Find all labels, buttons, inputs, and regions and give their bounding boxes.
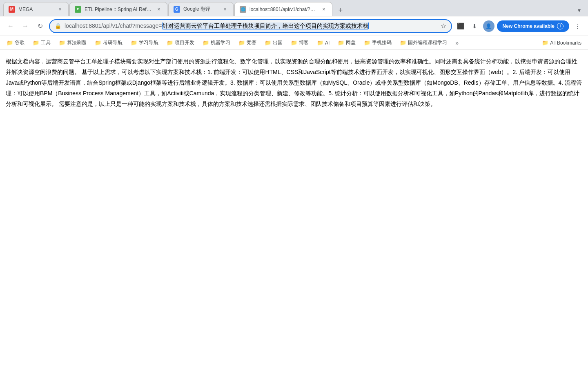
bookmark-label: AI — [325, 40, 330, 46]
bookmark-label: 博客 — [299, 39, 309, 46]
bookmark-博客[interactable]: 📁 博客 — [287, 38, 312, 48]
bookmark-label: 考研导航 — [103, 39, 122, 46]
bookmark-竞赛[interactable]: 📁 竞赛 — [235, 38, 260, 48]
new-chrome-info-icon: i — [557, 23, 564, 29]
back-button[interactable]: ← — [5, 20, 16, 32]
bookmark-出国[interactable]: 📁 出国 — [261, 38, 286, 48]
bookmark-谷歌[interactable]: 📁 谷歌 — [3, 38, 28, 48]
folder-icon: 📁 — [59, 40, 65, 46]
bookmark-学习导航[interactable]: 📁 学习导航 — [127, 38, 162, 48]
all-bookmarks-button[interactable]: 📁 All Bookmarks — [539, 38, 585, 47]
address-bar[interactable]: 🔒 localhost:8801/api/v1/chat/?message=针对… — [49, 19, 452, 33]
bookmarks-bar: 📁 谷歌 📁 工具 📁 算法刷题 📁 考研导航 📁 学习导航 📁 项目开发 📁 … — [0, 36, 588, 50]
bookmark-label: 竞赛 — [247, 39, 256, 46]
tab-favicon-localhost: 🌐 — [240, 6, 246, 13]
tab-close-localhost[interactable]: × — [321, 6, 327, 13]
bookmark-考研导航[interactable]: 📁 考研导航 — [91, 38, 126, 48]
bookmark-label: 手机接码 — [372, 39, 392, 46]
new-chrome-button[interactable]: New Chrome available i — [497, 20, 569, 32]
bookmark-label: 学习导航 — [139, 39, 158, 46]
tab-favicon-google: G — [174, 6, 180, 13]
lock-icon: 🔒 — [55, 23, 61, 29]
folder-icon: 📁 — [238, 40, 245, 46]
tab-title-mega: MEGA — [18, 7, 53, 12]
tab-close-mega[interactable]: × — [57, 6, 63, 13]
all-bookmarks-label: All Bookmarks — [550, 40, 581, 46]
bookmark-工具[interactable]: 📁 工具 — [29, 38, 54, 48]
bookmark-算法刷题[interactable]: 📁 算法刷题 — [56, 38, 90, 48]
bookmark-网盘[interactable]: 📁 网盘 — [334, 38, 359, 48]
extensions-button[interactable]: ⬛ — [455, 20, 467, 32]
folder-icon: 📁 — [364, 40, 370, 46]
folder-icon: 📁 — [291, 40, 297, 46]
bookmark-label: 机器学习 — [211, 39, 230, 46]
folder-icon: 📁 — [400, 40, 406, 46]
new-chrome-label: New Chrome available — [503, 23, 555, 29]
reload-button[interactable]: ↻ — [34, 20, 46, 32]
menu-button[interactable]: ⋮ — [572, 20, 583, 32]
folder-icon: 📁 — [167, 40, 173, 46]
folder-icon: 📁 — [95, 40, 101, 46]
tab-list-button[interactable]: ▾ — [573, 4, 585, 16]
bookmark-label: 工具 — [41, 39, 51, 46]
nav-extras: ⬛ ⬇ 👤 New Chrome available i ⋮ — [455, 20, 583, 32]
nav-bar: ← → ↻ 🔒 localhost:8801/api/v1/chat/?mess… — [0, 16, 588, 36]
bookmark-label: 网盘 — [346, 39, 356, 46]
tab-localhost[interactable]: 🌐 localhost:8801/api/v1/chat/?m... × — [234, 2, 332, 16]
tab-close-etl[interactable]: × — [156, 6, 162, 13]
tab-mega[interactable]: M MEGA × — [3, 2, 69, 16]
new-tab-button[interactable]: + — [335, 4, 346, 16]
tab-title-google: Google 翻译 — [183, 6, 218, 13]
bookmark-label: 谷歌 — [15, 39, 24, 46]
tab-title-localhost: localhost:8801/api/v1/chat/?m... — [249, 7, 317, 12]
url-base: localhost:8801/api/v1/chat/?message= — [65, 22, 162, 29]
tab-google[interactable]: G Google 翻译 × — [168, 2, 234, 16]
response-text: 根据文档内容，运营商云管平台工单处理子模块需要实现对生产部门使用的资源进行流程化… — [6, 56, 582, 109]
tab-title-etl: ETL Pipeline :: Spring AI Refe... — [85, 7, 152, 12]
bookmark-label: 国外编程课程学习 — [408, 39, 447, 46]
tab-favicon-etl: E — [75, 6, 81, 13]
all-bookmarks-folder-icon: 📁 — [542, 40, 548, 46]
bookmarks-more-button[interactable]: » — [453, 38, 461, 48]
main-content: 根据文档内容，运营商云管平台工单处理子模块需要实现对生产部门使用的资源进行流程化… — [0, 50, 588, 368]
bookmark-label: 算法刷题 — [67, 39, 87, 46]
forward-button[interactable]: → — [20, 20, 31, 32]
folder-icon: 📁 — [265, 40, 271, 46]
tab-bar: M MEGA × E ETL Pipeline :: Spring AI Ref… — [0, 0, 588, 16]
download-button[interactable]: ⬇ — [469, 20, 481, 32]
bookmark-label: 出国 — [273, 39, 283, 46]
bookmark-项目开发[interactable]: 📁 项目开发 — [163, 38, 198, 48]
bookmark-机器学习[interactable]: 📁 机器学习 — [199, 38, 234, 48]
folder-icon: 📁 — [203, 40, 209, 46]
folder-icon: 📁 — [317, 40, 323, 46]
bookmark-AI[interactable]: 📁 AI — [314, 38, 333, 47]
folder-icon: 📁 — [131, 40, 137, 46]
bookmark-star-icon[interactable]: ☆ — [441, 22, 446, 30]
folder-icon: 📁 — [7, 40, 13, 46]
url-query: 针对运营商云管平台工单处理子模块项目简介，给出这个项目的实现方案或技术栈 — [162, 22, 369, 29]
folder-icon: 📁 — [33, 40, 39, 46]
tab-etl[interactable]: E ETL Pipeline :: Spring AI Refe... × — [69, 2, 167, 16]
folder-icon: 📁 — [338, 40, 344, 46]
address-url-display: localhost:8801/api/v1/chat/?message=针对运营… — [65, 22, 437, 30]
tab-favicon-mega: M — [9, 6, 15, 13]
bookmark-国外编程课程学习[interactable]: 📁 国外编程课程学习 — [396, 38, 450, 48]
avatar[interactable]: 👤 — [483, 20, 494, 32]
bookmark-label: 项目开发 — [175, 39, 194, 46]
tab-close-google[interactable]: × — [222, 6, 228, 13]
bookmark-手机接码[interactable]: 📁 手机接码 — [361, 38, 395, 48]
